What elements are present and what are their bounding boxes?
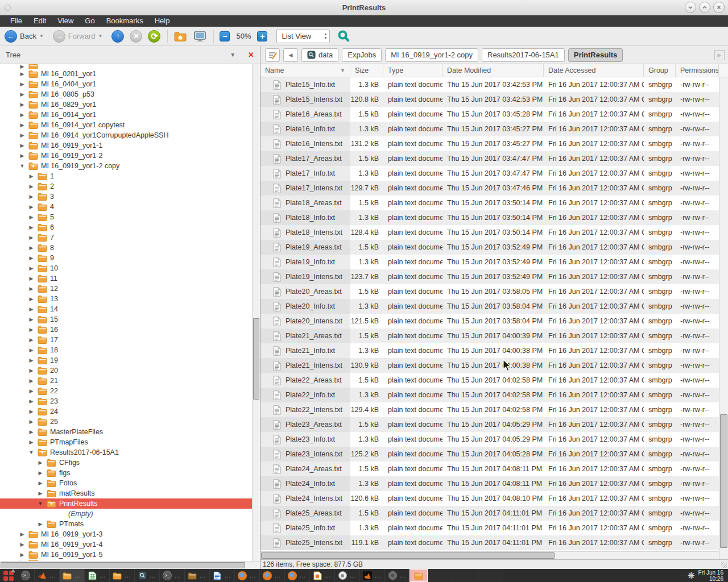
tree-item-mi-16-0914-yor1[interactable]: ▶MI 16_0914_yor1 [0,110,253,120]
taskbar-window-button[interactable] [410,569,428,582]
expander-closed-icon[interactable]: ▶ [19,143,26,148]
tree-item-mi-16-0914-yor1-copytest[interactable]: ▶MI 16_0914_yor1 copytest [0,120,253,130]
tree-item-mi-16-0404-yor1[interactable]: ▶MI 16_0404_yor1 [0,79,253,89]
tree-item-9[interactable]: ▶9 [0,253,253,263]
column-header-size[interactable]: Size [350,64,383,77]
table-row[interactable]: Plate25_Intens.txt119.1 kBplain text doc… [260,535,719,550]
clock-area[interactable]: ❋Fri Jun 1610:26 [688,569,728,582]
forward-button[interactable]: → Forward ▼ [53,30,103,43]
expander-closed-icon[interactable]: ▶ [28,255,35,261]
breadcrumb-item-data[interactable]: data [301,48,338,62]
tree-item-19[interactable]: ▶19 [0,355,253,365]
tree-item-mi-16-0201-yor1[interactable]: ▶MI 16_0201_yor1 [0,69,253,79]
tree-vertical-scrollbar[interactable] [252,64,260,561]
expander-closed-icon[interactable]: ▶ [28,306,35,312]
expander-closed-icon[interactable]: ▶ [28,204,35,210]
table-row[interactable]: Plate19_Intens.txt123.7 kBplain text doc… [260,269,719,284]
tree-item-8[interactable]: ▶8 [0,243,253,253]
menu-help[interactable]: Help [149,15,176,27]
menu-edit[interactable]: Edit [28,15,52,27]
taskbar-window-button[interactable]: ... [334,569,359,582]
expander-closed-icon[interactable]: ▶ [19,112,26,118]
tree-item-22[interactable]: ▶22 [0,386,253,396]
list-vertical-scrollbar-thumb[interactable] [720,414,727,548]
tree-item-14[interactable]: ▶14 [0,304,253,314]
expander-closed-icon[interactable]: ▶ [28,317,35,322]
table-row[interactable]: Plate17_Intens.txt129.7 kBplain text doc… [260,181,719,196]
taskbar-window-button[interactable]: ... [59,569,84,582]
table-row[interactable]: Plate22_Areas.txt1.5 kBplain text docume… [260,373,719,388]
taskbar-window-button[interactable]: ... [109,569,134,582]
taskbar-window-button[interactable]: ... [184,569,209,582]
table-row[interactable]: Plate19_Info.txt1.3 kBplain text documen… [260,255,719,269]
column-header-date-accessed[interactable]: Date Accessed [544,64,644,77]
search-button[interactable] [337,30,350,43]
tree-item-10[interactable]: ▶10 [0,263,253,273]
table-row[interactable]: Plate17_Info.txt1.3 kBplain text documen… [260,166,719,181]
home-button[interactable] [173,31,187,42]
tree-item[interactable]: ▶ [0,64,253,69]
tree-item-masterplatefiles[interactable]: ▶MasterPlateFiles [0,427,253,437]
tree-item-figs[interactable]: ▶figs [0,468,253,478]
table-row[interactable]: Plate16_Intens.txt131.2 kBplain text doc… [260,136,719,151]
taskbar-window-button[interactable]: ... [84,569,109,582]
taskbar-window-button[interactable]: ... [384,569,410,582]
tree-item-cffigs[interactable]: ▶CFfigs [0,458,253,468]
expander-closed-icon[interactable]: ▶ [28,388,35,394]
maximize-button[interactable] [699,2,710,13]
expander-closed-icon[interactable]: ▶ [19,153,26,159]
expander-closed-icon[interactable]: ▶ [28,378,35,384]
breadcrumb-item-results2017-06-15a1[interactable]: Results2017-06-15A1 [482,48,565,62]
refresh-button[interactable]: ⟳ [148,30,160,43]
tree-horizontal-scrollbar[interactable] [0,561,260,569]
expander-closed-icon[interactable]: ▶ [28,368,35,373]
tree-item-3[interactable]: ▶3 [0,192,253,202]
tree-item-23[interactable]: ▶23 [0,396,253,406]
side-panel-dropdown-icon[interactable]: ▼ [230,52,235,58]
table-row[interactable]: Plate20_Areas.txt1.5 kBplain text docume… [260,284,719,299]
tree-horizontal-scrollbar-thumb[interactable] [1,562,245,568]
expander-open-icon[interactable]: ▼ [19,163,26,169]
table-row[interactable]: Plate24_Info.txt1.3 kBplain text documen… [260,476,719,491]
expander-closed-icon[interactable]: ▶ [28,296,35,302]
column-header-group[interactable]: Group [644,64,676,77]
expander-closed-icon[interactable]: ▶ [19,531,26,537]
expander-closed-icon[interactable]: ▶ [28,429,35,435]
breadcrumb-item-expjobs[interactable]: ExpJobs [342,48,382,62]
expander-closed-icon[interactable]: ▶ [28,286,35,292]
expander-closed-icon[interactable]: ▶ [28,276,35,281]
expander-closed-icon[interactable]: ▶ [28,214,35,220]
taskbar-window-button[interactable]: ... [134,569,159,582]
tree-item-15[interactable]: ▶15 [0,314,253,325]
edit-location-button[interactable] [265,48,280,62]
tree-item-16[interactable]: ▶16 [0,325,253,335]
table-row[interactable]: Plate21_Info.txt1.3 kBplain text documen… [260,343,719,358]
minimize-button[interactable] [685,2,696,13]
taskbar-window-button[interactable]: ... [259,569,284,582]
tree-item-mi-16-0829-yor1[interactable]: ▶MI 16_0829_yor1 [0,99,253,110]
table-row[interactable]: Plate20_Info.txt1.3 kBplain text documen… [260,299,719,314]
expander-closed-icon[interactable]: ▶ [28,194,35,199]
table-row[interactable]: Plate24_Areas.txt1.5 kBplain text docume… [260,462,719,476]
expander-closed-icon[interactable]: ▶ [28,439,35,445]
expander-closed-icon[interactable]: ▶ [28,235,35,240]
taskbar-window-button[interactable]: ... [34,569,59,582]
expander-closed-icon[interactable]: ▶ [28,337,35,343]
table-row[interactable]: Plate21_Intens.txt130.9 kBplain text doc… [260,358,719,373]
tree-item-mi-16-0919-yor1-2-copy[interactable]: ▼MI 16_0919_yor1-2 copy [0,161,253,171]
side-panel-close-icon[interactable]: ✕ [248,51,254,59]
expander-closed-icon[interactable]: ▶ [28,225,35,230]
list-horizontal-scrollbar[interactable] [260,551,719,559]
expander-closed-icon[interactable]: ▶ [37,470,44,476]
expander-open-icon[interactable]: ▼ [37,501,44,506]
tree-item-mi-16-0919-yor1-4[interactable]: ▶MI 16_0919_yor1-4 [0,539,253,550]
expander-closed-icon[interactable]: ▶ [28,173,35,179]
tree-item-ptmats[interactable]: ▶PTmats [0,519,253,529]
table-row[interactable]: Plate23_Intens.txt125.2 kBplain text doc… [260,447,719,462]
expander-closed-icon[interactable]: ▶ [19,81,26,87]
tree-item-printresults[interactable]: ▼PrintResults [0,498,253,509]
close-button[interactable] [713,2,725,13]
tree-item-mi-16-0919-yor1-1[interactable]: ▶MI 16_0919_yor1-1 [0,140,253,151]
table-row[interactable]: Plate15_Intens.txt120.8 kBplain text doc… [260,92,719,107]
expander-closed-icon[interactable]: ▶ [19,64,26,69]
